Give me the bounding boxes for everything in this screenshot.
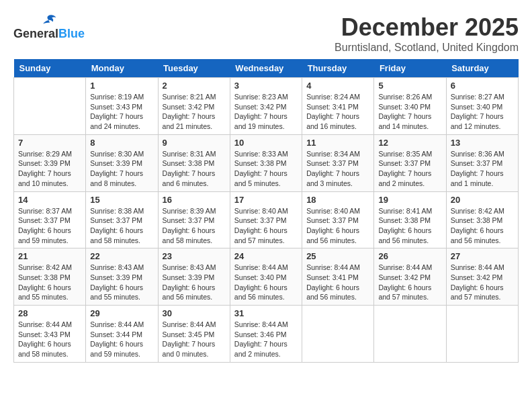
day-info: Sunrise: 8:23 AM Sunset: 3:42 PM Dayligh… — [234, 92, 298, 132]
calendar-week-4: 21Sunrise: 8:42 AM Sunset: 3:38 PM Dayli… — [14, 248, 519, 306]
day-info: Sunrise: 8:33 AM Sunset: 3:38 PM Dayligh… — [234, 149, 298, 189]
day-info: Sunrise: 8:44 AM Sunset: 3:45 PM Dayligh… — [163, 320, 226, 359]
day-info: Sunrise: 8:37 AM Sunset: 3:37 PM Dayligh… — [18, 206, 81, 246]
calendar-cell: 20Sunrise: 8:42 AM Sunset: 3:38 PM Dayli… — [446, 191, 518, 248]
day-number: 29 — [90, 308, 153, 318]
calendar-cell — [14, 78, 86, 135]
calendar-cell: 8Sunrise: 8:30 AM Sunset: 3:39 PM Daylig… — [86, 134, 158, 191]
day-number: 27 — [451, 251, 514, 261]
day-info: Sunrise: 8:30 AM Sunset: 3:39 PM Dayligh… — [90, 149, 153, 189]
day-info: Sunrise: 8:19 AM Sunset: 3:43 PM Dayligh… — [90, 92, 153, 132]
day-info: Sunrise: 8:44 AM Sunset: 3:40 PM Dayligh… — [234, 263, 298, 302]
calendar-cell: 5Sunrise: 8:26 AM Sunset: 3:40 PM Daylig… — [374, 78, 446, 135]
month-title: December 2025 — [335, 13, 519, 42]
calendar-cell: 7Sunrise: 8:29 AM Sunset: 3:39 PM Daylig… — [14, 134, 86, 191]
calendar-cell: 29Sunrise: 8:44 AM Sunset: 3:44 PM Dayli… — [86, 306, 158, 363]
day-number: 12 — [378, 138, 441, 148]
day-info: Sunrise: 8:43 AM Sunset: 3:39 PM Dayligh… — [90, 263, 153, 302]
day-info: Sunrise: 8:38 AM Sunset: 3:37 PM Dayligh… — [90, 206, 153, 246]
day-number: 4 — [306, 81, 369, 91]
day-info: Sunrise: 8:26 AM Sunset: 3:40 PM Dayligh… — [378, 92, 441, 132]
weekday-header-saturday: Saturday — [446, 59, 518, 78]
day-number: 17 — [234, 195, 298, 205]
day-number: 3 — [234, 81, 298, 91]
bird-icon — [41, 13, 57, 27]
calendar-cell: 18Sunrise: 8:40 AM Sunset: 3:37 PM Dayli… — [302, 191, 374, 248]
day-info: Sunrise: 8:44 AM Sunset: 3:42 PM Dayligh… — [378, 263, 441, 302]
calendar-cell — [374, 306, 446, 363]
day-info: Sunrise: 8:27 AM Sunset: 3:40 PM Dayligh… — [451, 92, 514, 132]
day-number: 22 — [90, 251, 153, 261]
day-number: 23 — [163, 251, 226, 261]
calendar-cell: 28Sunrise: 8:44 AM Sunset: 3:43 PM Dayli… — [14, 306, 86, 363]
day-number: 30 — [163, 308, 226, 318]
title-block: December 2025 Burntisland, Scotland, Uni… — [335, 13, 519, 54]
day-number: 13 — [451, 138, 514, 148]
day-info: Sunrise: 8:36 AM Sunset: 3:37 PM Dayligh… — [451, 149, 514, 189]
calendar-cell: 26Sunrise: 8:44 AM Sunset: 3:42 PM Dayli… — [374, 248, 446, 306]
calendar-cell: 13Sunrise: 8:36 AM Sunset: 3:37 PM Dayli… — [446, 134, 518, 191]
day-info: Sunrise: 8:42 AM Sunset: 3:38 PM Dayligh… — [18, 263, 81, 302]
day-info: Sunrise: 8:43 AM Sunset: 3:39 PM Dayligh… — [163, 263, 226, 302]
calendar-cell: 10Sunrise: 8:33 AM Sunset: 3:38 PM Dayli… — [230, 134, 302, 191]
weekday-header-friday: Friday — [374, 59, 446, 78]
logo: General Blue — [13, 13, 85, 41]
calendar-week-5: 28Sunrise: 8:44 AM Sunset: 3:43 PM Dayli… — [14, 306, 519, 363]
calendar-cell: 19Sunrise: 8:41 AM Sunset: 3:38 PM Dayli… — [374, 191, 446, 248]
day-info: Sunrise: 8:40 AM Sunset: 3:37 PM Dayligh… — [306, 206, 369, 246]
day-number: 1 — [90, 81, 153, 91]
calendar-cell: 30Sunrise: 8:44 AM Sunset: 3:45 PM Dayli… — [158, 306, 230, 363]
calendar-cell: 23Sunrise: 8:43 AM Sunset: 3:39 PM Dayli… — [158, 248, 230, 306]
calendar-cell: 17Sunrise: 8:40 AM Sunset: 3:37 PM Dayli… — [230, 191, 302, 248]
calendar-week-3: 14Sunrise: 8:37 AM Sunset: 3:37 PM Dayli… — [14, 191, 519, 248]
calendar-week-1: 1Sunrise: 8:19 AM Sunset: 3:43 PM Daylig… — [14, 78, 519, 135]
calendar-cell: 6Sunrise: 8:27 AM Sunset: 3:40 PM Daylig… — [446, 78, 518, 135]
weekday-header-wednesday: Wednesday — [230, 59, 302, 78]
day-info: Sunrise: 8:44 AM Sunset: 3:44 PM Dayligh… — [90, 320, 153, 359]
calendar-table: SundayMondayTuesdayWednesdayThursdayFrid… — [13, 59, 519, 363]
weekday-header-monday: Monday — [86, 59, 158, 78]
day-info: Sunrise: 8:44 AM Sunset: 3:42 PM Dayligh… — [451, 263, 514, 302]
weekday-header-thursday: Thursday — [302, 59, 374, 78]
day-number: 9 — [163, 138, 226, 148]
location-title: Burntisland, Scotland, United Kingdom — [335, 42, 519, 54]
day-info: Sunrise: 8:40 AM Sunset: 3:37 PM Dayligh… — [234, 206, 298, 246]
calendar-week-2: 7Sunrise: 8:29 AM Sunset: 3:39 PM Daylig… — [14, 134, 519, 191]
day-number: 14 — [18, 195, 81, 205]
day-info: Sunrise: 8:29 AM Sunset: 3:39 PM Dayligh… — [18, 149, 81, 189]
day-number: 2 — [163, 81, 226, 91]
day-number: 20 — [451, 195, 514, 205]
day-number: 28 — [18, 308, 81, 318]
day-info: Sunrise: 8:42 AM Sunset: 3:38 PM Dayligh… — [451, 206, 514, 246]
day-number: 15 — [90, 195, 153, 205]
calendar-cell: 4Sunrise: 8:24 AM Sunset: 3:41 PM Daylig… — [302, 78, 374, 135]
calendar-cell: 22Sunrise: 8:43 AM Sunset: 3:39 PM Dayli… — [86, 248, 158, 306]
calendar-cell: 27Sunrise: 8:44 AM Sunset: 3:42 PM Dayli… — [446, 248, 518, 306]
day-number: 26 — [378, 251, 441, 261]
day-info: Sunrise: 8:35 AM Sunset: 3:37 PM Dayligh… — [378, 149, 441, 189]
day-info: Sunrise: 8:44 AM Sunset: 3:41 PM Dayligh… — [306, 263, 369, 302]
calendar-cell: 2Sunrise: 8:21 AM Sunset: 3:42 PM Daylig… — [158, 78, 230, 135]
day-number: 21 — [18, 251, 81, 261]
calendar-cell: 15Sunrise: 8:38 AM Sunset: 3:37 PM Dayli… — [86, 191, 158, 248]
page-wrapper: General Blue December 2025 Burntisland, … — [13, 13, 519, 363]
weekday-header-sunday: Sunday — [14, 59, 86, 78]
day-info: Sunrise: 8:39 AM Sunset: 3:37 PM Dayligh… — [163, 206, 226, 246]
day-number: 8 — [90, 138, 153, 148]
day-number: 6 — [451, 81, 514, 91]
calendar-cell: 21Sunrise: 8:42 AM Sunset: 3:38 PM Dayli… — [14, 248, 86, 306]
day-info: Sunrise: 8:24 AM Sunset: 3:41 PM Dayligh… — [306, 92, 369, 132]
weekday-header-tuesday: Tuesday — [158, 59, 230, 78]
calendar-cell: 16Sunrise: 8:39 AM Sunset: 3:37 PM Dayli… — [158, 191, 230, 248]
day-number: 18 — [306, 195, 369, 205]
day-number: 24 — [234, 251, 298, 261]
calendar-cell: 14Sunrise: 8:37 AM Sunset: 3:37 PM Dayli… — [14, 191, 86, 248]
calendar-cell: 9Sunrise: 8:31 AM Sunset: 3:38 PM Daylig… — [158, 134, 230, 191]
day-info: Sunrise: 8:34 AM Sunset: 3:37 PM Dayligh… — [306, 149, 369, 189]
header: General Blue December 2025 Burntisland, … — [13, 13, 519, 54]
calendar-cell — [446, 306, 518, 363]
day-number: 16 — [163, 195, 226, 205]
day-number: 11 — [306, 138, 369, 148]
calendar-cell: 3Sunrise: 8:23 AM Sunset: 3:42 PM Daylig… — [230, 78, 302, 135]
logo-general-text: General — [13, 27, 58, 41]
